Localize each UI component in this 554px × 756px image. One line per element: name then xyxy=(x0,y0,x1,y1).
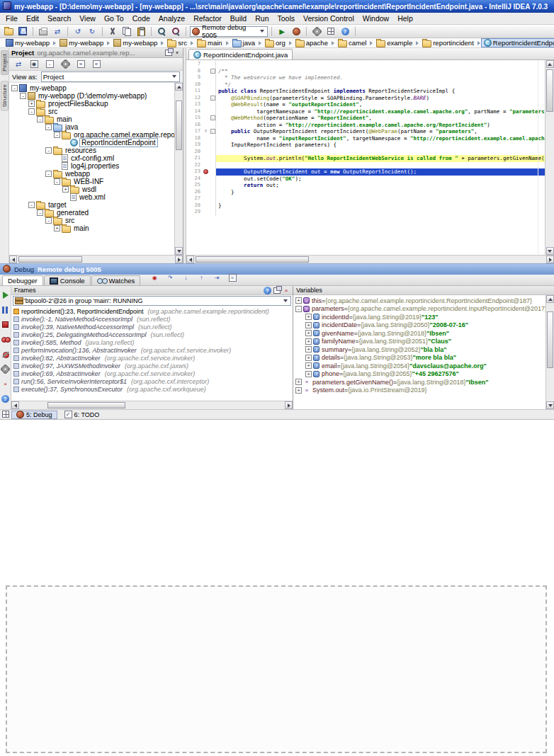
autoscroll-to-source-button[interactable]: » xyxy=(74,58,87,70)
project-vertical-scrollbar[interactable] xyxy=(174,83,183,255)
stack-frame-row[interactable]: invoke():585, Method(java.lang.reflect) xyxy=(11,338,293,346)
variable-row-parameters-getgivenname[interactable]: +»parameters.getGivenName() = {java.lang… xyxy=(293,378,545,386)
gutter-cell[interactable] xyxy=(202,135,210,142)
code-editor[interactable]: 78-/**9 * The webservice we have impleme… xyxy=(186,60,545,255)
scroll-left-button[interactable] xyxy=(186,256,194,263)
breadcrumb-my-webapp[interactable]: my-webapp xyxy=(57,38,106,47)
collapse-toggle[interactable]: - xyxy=(45,124,52,130)
tree-item-main[interactable]: +main xyxy=(9,224,174,232)
stack-frame-row[interactable]: invoke():97, JAXWSMethodInvoker(org.apac… xyxy=(11,362,293,370)
fold-toggle[interactable]: - xyxy=(210,96,215,101)
find-button[interactable] xyxy=(155,25,168,38)
menu-view[interactable]: View xyxy=(75,13,100,23)
help-button[interactable]: ? xyxy=(0,393,12,405)
fold-toggle[interactable]: - xyxy=(210,115,215,120)
resume-button[interactable] xyxy=(0,289,12,301)
scroll-left-button[interactable] xyxy=(11,401,19,409)
redo-button[interactable]: ↻ xyxy=(86,25,98,38)
gutter-cell[interactable] xyxy=(202,81,210,88)
scroll-left-button[interactable] xyxy=(9,256,17,263)
open-button[interactable] xyxy=(2,25,15,38)
windows-icon[interactable] xyxy=(2,411,9,418)
editor-vertical-scrollbar[interactable] xyxy=(545,60,554,255)
tree-item-resources[interactable]: -resources xyxy=(9,147,174,154)
collapse-toggle[interactable]: - xyxy=(28,108,35,115)
gutter-cell[interactable] xyxy=(202,182,210,189)
variable-row-incidentdate[interactable]: +fincidentDate = {java.lang.String@2050}… xyxy=(293,321,545,330)
variable-row-summary[interactable]: +fsummary = {java.lang.String@2052}"bla … xyxy=(293,345,545,354)
gutter-cell[interactable] xyxy=(202,209,210,216)
copy-button[interactable] xyxy=(120,25,133,38)
scroll-right-button[interactable] xyxy=(285,401,293,409)
settings-button[interactable] xyxy=(59,58,72,70)
scroll-track[interactable] xyxy=(546,303,554,401)
autoscroll-from-source-button[interactable]: « xyxy=(90,58,103,70)
scroll-track[interactable] xyxy=(194,256,546,263)
expand-toggle[interactable]: + xyxy=(62,186,69,193)
replace-button[interactable] xyxy=(169,25,182,38)
menu-help[interactable]: Help xyxy=(393,13,417,23)
menu-edit[interactable]: Edit xyxy=(22,13,43,23)
gutter-cell[interactable] xyxy=(202,95,210,102)
tree-item-projectfilesbackup[interactable]: +projectFilesBackup xyxy=(9,100,174,108)
editor-horizontal-scrollbar[interactable] xyxy=(186,255,554,263)
tree-item-main[interactable]: -main xyxy=(9,115,174,123)
evaluate-expression-button[interactable]: = xyxy=(226,272,239,284)
settings-button[interactable] xyxy=(0,363,12,375)
expand-toggle[interactable]: + xyxy=(305,314,312,320)
expand-toggle[interactable]: + xyxy=(305,346,312,353)
tree-item-src[interactable]: -src xyxy=(9,108,174,115)
step-over-button[interactable]: ↷ xyxy=(164,272,176,284)
help-button[interactable]: ? xyxy=(339,25,351,38)
pause-button[interactable] xyxy=(0,304,12,316)
step-out-button[interactable]: ↑ xyxy=(195,272,208,284)
gutter-cell[interactable] xyxy=(202,168,210,176)
thread-select[interactable]: 'btpool0-2'@26 in group 'main': RUNNING xyxy=(13,296,291,306)
undo-button[interactable]: ↺ xyxy=(72,25,84,38)
debug-tab-watches[interactable]: Watches xyxy=(91,275,141,285)
stack-frame-row[interactable]: performInvocation():136, AbstractInvoker… xyxy=(11,346,293,354)
tree-item-generated[interactable]: -generated xyxy=(9,209,174,217)
gutter-cell[interactable] xyxy=(202,142,210,149)
scroll-thumb[interactable] xyxy=(47,402,125,408)
fold-toggle[interactable]: - xyxy=(210,129,215,134)
scroll-right-button[interactable] xyxy=(546,256,554,263)
variable-row-phone[interactable]: +fphone = {java.lang.String@2055}"+45 29… xyxy=(293,370,545,379)
gutter-cell[interactable] xyxy=(202,189,210,196)
breadcrumb-my-webapp[interactable]: my-webapp xyxy=(3,38,52,47)
float-icon[interactable] xyxy=(273,287,281,294)
expand-toggle[interactable]: + xyxy=(295,379,302,385)
stack-frame-row[interactable]: invoke():25, DelegatingMethodAccessorImp… xyxy=(11,331,293,338)
collapse-toggle[interactable]: - xyxy=(45,217,52,224)
variable-row-email[interactable]: +femail = {java.lang.String@2054}"davscl… xyxy=(293,362,545,370)
scroll-track[interactable] xyxy=(545,68,554,247)
menu-refactor[interactable]: Refactor xyxy=(189,13,226,23)
scroll-right-button[interactable] xyxy=(175,256,183,263)
stop-button[interactable] xyxy=(0,319,12,331)
save-button[interactable] xyxy=(16,25,29,38)
toolwindow-tab-6-todo[interactable]: ✓6: TODO xyxy=(60,411,105,419)
collapse-toggle[interactable]: - xyxy=(20,93,26,99)
stripe-tab-project[interactable]: Project xyxy=(1,50,9,75)
view-as-select[interactable]: Project xyxy=(41,71,180,82)
project-tree[interactable]: -my-webapp-my-webapp (D:\demo\my-webapp)… xyxy=(9,83,174,255)
scroll-track[interactable] xyxy=(175,91,183,247)
print-button[interactable] xyxy=(37,25,50,38)
breadcrumb-main[interactable]: main xyxy=(194,38,225,47)
tree-item-log4j-properties[interactable]: log4j.properties xyxy=(9,162,174,170)
project-horizontal-scrollbar[interactable] xyxy=(9,255,183,263)
expand-toggle[interactable]: + xyxy=(305,362,312,369)
paste-button[interactable] xyxy=(135,25,147,38)
expand-toggle[interactable]: + xyxy=(295,297,302,304)
tree-item-src[interactable]: -src xyxy=(9,217,174,224)
menu-code[interactable]: Code xyxy=(128,13,154,23)
expand-toggle[interactable]: + xyxy=(305,355,312,361)
breadcrumb-camel[interactable]: camel xyxy=(335,38,369,47)
scroll-thumb[interactable] xyxy=(547,311,553,368)
gutter-cell[interactable] xyxy=(202,149,210,156)
scroll-up-button[interactable] xyxy=(546,295,554,303)
expand-toggle[interactable]: + xyxy=(305,338,312,345)
gutter-cell[interactable] xyxy=(202,88,210,95)
close-icon[interactable]: × xyxy=(283,287,290,294)
gutter-cell[interactable] xyxy=(202,195,210,202)
